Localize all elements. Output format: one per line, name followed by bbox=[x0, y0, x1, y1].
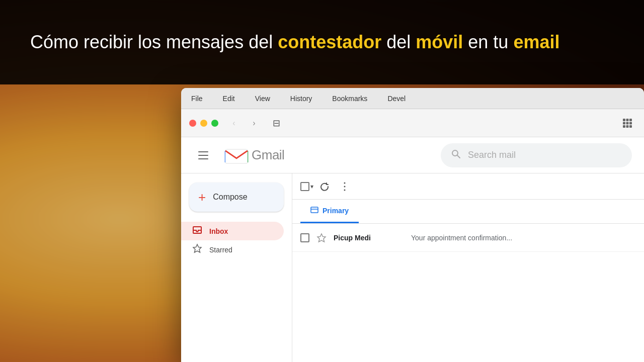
svg-rect-1 bbox=[626, 119, 629, 121]
banner-text: Cómo recibir los mensajes del contestado… bbox=[30, 31, 559, 54]
more-options-icon bbox=[344, 182, 346, 191]
select-all-wrap: ▾ bbox=[300, 182, 313, 191]
email-sender: Picup Medi bbox=[334, 234, 404, 242]
tab-primary[interactable]: Primary bbox=[300, 200, 359, 223]
starred-icon bbox=[192, 243, 202, 256]
email-checkbox[interactable] bbox=[300, 233, 309, 242]
traffic-light-close[interactable] bbox=[189, 120, 196, 127]
gmail-toolbar-row: ▾ bbox=[292, 173, 644, 200]
sidebar-toggle-button[interactable]: ⊟ bbox=[267, 116, 286, 131]
gmail-tabs-row: Primary bbox=[292, 200, 644, 224]
refresh-button[interactable] bbox=[315, 177, 334, 196]
sidebar-toggle-icon: ⊟ bbox=[273, 118, 280, 129]
back-button[interactable]: ‹ bbox=[226, 116, 242, 131]
svg-rect-4 bbox=[626, 122, 629, 124]
more-options-button[interactable] bbox=[336, 177, 354, 196]
top-banner: Cómo recibir los mensajes del contestado… bbox=[0, 0, 644, 84]
svg-marker-13 bbox=[193, 244, 201, 252]
traffic-light-minimize[interactable] bbox=[200, 120, 207, 127]
select-all-checkbox[interactable] bbox=[300, 182, 309, 191]
gmail-logo-area: Gmail bbox=[223, 145, 284, 165]
svg-rect-5 bbox=[629, 122, 632, 124]
grid-icon bbox=[623, 119, 632, 128]
inbox-icon bbox=[192, 225, 202, 237]
menu-file[interactable]: File bbox=[191, 95, 203, 103]
gmail-main: ▾ bbox=[292, 173, 644, 362]
compose-plus-icon: + bbox=[198, 191, 206, 204]
hamburger-line-2 bbox=[198, 155, 208, 156]
svg-point-14 bbox=[344, 182, 346, 184]
svg-rect-0 bbox=[623, 119, 625, 121]
banner-highlight-2: móvil bbox=[416, 32, 463, 52]
menu-edit[interactable]: Edit bbox=[223, 95, 235, 103]
table-row[interactable]: Picup Medi Your appointment confirmation… bbox=[292, 224, 644, 252]
compose-label: Compose bbox=[213, 193, 247, 202]
svg-point-15 bbox=[344, 186, 346, 187]
banner-highlight-1: contestador bbox=[278, 32, 381, 52]
svg-rect-8 bbox=[629, 125, 632, 128]
menu-view[interactable]: View bbox=[255, 95, 270, 103]
browser-menubar: File Edit View History Bookmarks Devel bbox=[181, 88, 644, 109]
gmail-body: + Compose Inbox bbox=[181, 173, 644, 362]
gmail-sidebar: + Compose Inbox bbox=[181, 173, 292, 362]
sidebar-item-starred[interactable]: Starred bbox=[181, 240, 284, 259]
gmail-header: Gmail Search mail bbox=[181, 137, 644, 173]
svg-rect-2 bbox=[629, 119, 632, 121]
compose-button[interactable]: + Compose bbox=[189, 183, 284, 212]
inbox-label: Inbox bbox=[209, 227, 228, 235]
compose-button-wrap: + Compose bbox=[181, 178, 292, 222]
banner-plain-3: en tu bbox=[463, 32, 513, 52]
search-bar[interactable]: Search mail bbox=[441, 143, 632, 167]
primary-tab-label: Primary bbox=[323, 207, 349, 215]
search-icon bbox=[451, 149, 461, 161]
menu-bookmarks[interactable]: Bookmarks bbox=[332, 95, 367, 103]
banner-plain-2: del bbox=[381, 32, 416, 52]
browser-toolbar: ‹ › ⊟ bbox=[181, 109, 644, 137]
svg-point-16 bbox=[344, 189, 346, 191]
browser-window: File Edit View History Bookmarks Devel ‹… bbox=[181, 88, 644, 362]
svg-rect-6 bbox=[623, 125, 625, 128]
hamburger-line-1 bbox=[198, 151, 208, 152]
email-preview: Your appointment confirmation... bbox=[411, 234, 636, 242]
svg-rect-7 bbox=[626, 125, 629, 128]
gmail-logo-text: Gmail bbox=[252, 147, 284, 163]
banner-highlight-3: email bbox=[513, 32, 559, 52]
forward-button[interactable]: › bbox=[247, 116, 262, 131]
star-icon[interactable] bbox=[316, 233, 327, 243]
select-chevron-icon[interactable]: ▾ bbox=[310, 183, 313, 190]
gmail-area: Gmail Search mail bbox=[181, 137, 644, 362]
hamburger-line-3 bbox=[198, 158, 208, 159]
svg-rect-17 bbox=[311, 207, 318, 213]
menu-developer[interactable]: Devel bbox=[387, 95, 406, 103]
menu-history[interactable]: History bbox=[290, 95, 312, 103]
hamburger-button[interactable] bbox=[193, 145, 213, 165]
refresh-icon bbox=[320, 182, 329, 191]
apps-grid-button[interactable] bbox=[619, 115, 636, 132]
starred-label: Starred bbox=[209, 246, 232, 254]
svg-rect-3 bbox=[623, 122, 625, 124]
svg-marker-18 bbox=[317, 234, 326, 242]
email-list: Picup Medi Your appointment confirmation… bbox=[292, 224, 644, 362]
search-placeholder: Search mail bbox=[468, 150, 622, 160]
banner-plain-1: Cómo recibir los mensajes del bbox=[30, 32, 278, 52]
traffic-light-maximize[interactable] bbox=[211, 120, 218, 127]
traffic-lights bbox=[189, 120, 218, 127]
gmail-m-logo bbox=[223, 145, 250, 165]
sidebar-item-inbox[interactable]: Inbox bbox=[181, 222, 284, 240]
svg-line-11 bbox=[457, 155, 460, 158]
plus-red: + bbox=[198, 190, 206, 205]
primary-tab-icon bbox=[310, 206, 318, 216]
